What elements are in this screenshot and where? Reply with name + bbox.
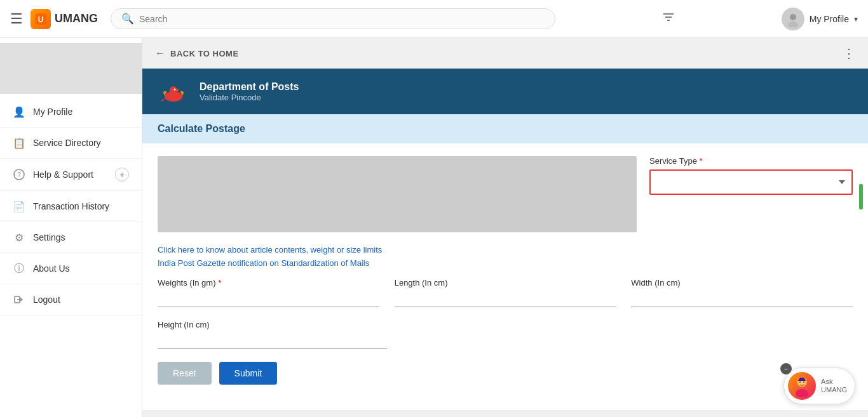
- weights-required: *: [218, 278, 221, 288]
- sidebar-item-transaction-history[interactable]: 📄 Transaction History: [0, 191, 142, 222]
- sidebar-item-service-directory[interactable]: 📋 Service Directory: [0, 128, 142, 159]
- filter-icon[interactable]: [651, 10, 686, 27]
- dept-banner: Department of Posts Validate Pincode: [142, 69, 868, 114]
- about-us-icon: ⓘ: [13, 262, 25, 275]
- svg-point-18: [803, 381, 804, 383]
- filter-svg: [661, 10, 675, 24]
- dept-service: Validate Pincode: [200, 93, 299, 102]
- dept-logo: [158, 79, 189, 104]
- sidebar-item-about-us[interactable]: ⓘ About Us: [0, 253, 142, 284]
- weights-label: Weights (In gm) *: [158, 278, 379, 288]
- app-header: ☰ U UMANG 🔍 My Profile ▾: [0, 0, 868, 38]
- svg-text:?: ?: [17, 171, 21, 178]
- length-field-group: Length (In cm): [395, 278, 616, 307]
- links-area: Click here to know about article content…: [158, 245, 853, 268]
- article-contents-link[interactable]: Click here to know about article content…: [158, 245, 853, 255]
- service-type-group: Service Type * Speed Post Registered Pos…: [649, 156, 853, 195]
- gazette-notification-link[interactable]: India Post Gazette notification on Stand…: [158, 258, 853, 268]
- reset-button[interactable]: Reset: [158, 362, 212, 385]
- map-placeholder: [158, 156, 637, 232]
- weights-label-text: Weights (In gm): [158, 278, 216, 288]
- sidebar-item-label: Settings: [33, 232, 65, 242]
- profile-area[interactable]: My Profile ▾: [782, 8, 858, 30]
- service-row: Service Type * Speed Post Registered Pos…: [158, 156, 853, 232]
- submit-button[interactable]: Submit: [219, 362, 278, 385]
- sidebar-item-label: Transaction History: [33, 201, 109, 211]
- length-label: Length (In cm): [395, 278, 616, 288]
- help-support-icon: ?: [13, 168, 25, 181]
- chatbot-avatar-icon: [790, 374, 813, 397]
- weights-field-group: Weights (In gm) *: [158, 278, 379, 307]
- svg-point-17: [799, 381, 801, 383]
- weights-input[interactable]: [158, 291, 379, 307]
- height-field-group: Height (In cm): [158, 320, 387, 349]
- main-layout: 👤 My Profile 📋 Service Directory ? Help …: [0, 38, 868, 417]
- form-body: Service Type * Speed Post Registered Pos…: [142, 143, 868, 397]
- service-type-label: Service Type *: [649, 156, 853, 166]
- svg-point-5: [790, 14, 796, 20]
- fields-row-1: Weights (In gm) * Length (In cm) Width (…: [158, 278, 853, 307]
- close-ask-umang-icon[interactable]: −: [780, 363, 792, 374]
- hamburger-icon[interactable]: ☰: [10, 11, 23, 27]
- required-marker: *: [700, 156, 703, 166]
- back-bar[interactable]: ← BACK TO HOME ⋮: [142, 38, 868, 69]
- button-row: Reset Submit: [158, 362, 853, 385]
- avatar-icon: [785, 11, 801, 27]
- form-section: Calculate Postage Service Type * Speed P…: [142, 114, 868, 410]
- profile-label: My Profile: [810, 14, 849, 24]
- height-label: Height (In cm): [158, 320, 387, 329]
- bell-icon: ?: [13, 169, 25, 180]
- form-header: Calculate Postage: [142, 114, 868, 143]
- service-type-label-text: Service Type: [649, 156, 697, 166]
- sidebar-item-help-support[interactable]: ? Help & Support +: [0, 159, 142, 191]
- ask-umang-avatar: [788, 372, 816, 400]
- ask-umang-button[interactable]: − Ask UMANG: [783, 367, 855, 404]
- search-icon: 🔍: [121, 13, 134, 25]
- expand-icon[interactable]: +: [115, 168, 129, 182]
- logout-icon: [13, 293, 25, 306]
- height-input[interactable]: [158, 333, 387, 349]
- logout-svg: [13, 294, 25, 305]
- service-type-select[interactable]: Speed Post Registered Post Parcel: [649, 169, 853, 195]
- svg-point-13: [174, 89, 176, 91]
- sidebar-item-logout[interactable]: Logout: [0, 284, 142, 315]
- ask-umang-label: Ask UMANG: [821, 378, 847, 394]
- more-options-icon[interactable]: ⋮: [843, 46, 855, 61]
- search-bar[interactable]: 🔍: [111, 8, 555, 29]
- back-to-home-label: BACK TO HOME: [170, 49, 239, 58]
- settings-icon: ⚙: [13, 231, 25, 244]
- green-accent-bar: [859, 184, 863, 209]
- sidebar-item-label: About Us: [33, 263, 70, 274]
- dept-info: Department of Posts Validate Pincode: [200, 81, 299, 102]
- avatar: [782, 8, 804, 30]
- svg-text:U: U: [38, 15, 44, 24]
- width-label: Width (In cm): [631, 278, 853, 288]
- search-input[interactable]: [139, 14, 545, 24]
- svg-point-15: [796, 389, 808, 397]
- service-directory-icon: 📋: [13, 136, 25, 149]
- back-arrow-icon: ←: [155, 48, 165, 59]
- content-area: ← BACK TO HOME ⋮: [142, 38, 868, 417]
- app-logo-text: UMANG: [55, 12, 98, 25]
- sidebar-item-label: My Profile: [33, 107, 72, 117]
- sidebar-item-label: Help & Support: [33, 169, 93, 180]
- transaction-history-icon: 📄: [13, 200, 25, 213]
- ask-label: Ask: [821, 378, 847, 386]
- profile-icon: 👤: [13, 105, 25, 118]
- width-field-group: Width (In cm): [631, 278, 853, 307]
- logo-svg: U: [34, 12, 48, 26]
- umang-brand-label: UMANG: [821, 386, 847, 394]
- sidebar-item-label: Logout: [33, 295, 60, 305]
- sidebar: 👤 My Profile 📋 Service Directory ? Help …: [0, 38, 142, 417]
- sidebar-user-area: [0, 43, 142, 94]
- length-input[interactable]: [395, 291, 616, 307]
- sidebar-item-settings[interactable]: ⚙ Settings: [0, 222, 142, 253]
- dept-name: Department of Posts: [200, 81, 299, 93]
- svg-point-12: [170, 86, 177, 94]
- width-input[interactable]: [631, 291, 853, 307]
- umang-logo-icon: U: [31, 9, 51, 29]
- svg-point-6: [788, 22, 798, 27]
- sidebar-item-my-profile[interactable]: 👤 My Profile: [0, 96, 142, 128]
- chevron-down-icon: ▾: [854, 15, 858, 23]
- fields-row-2: Height (In cm): [158, 320, 853, 349]
